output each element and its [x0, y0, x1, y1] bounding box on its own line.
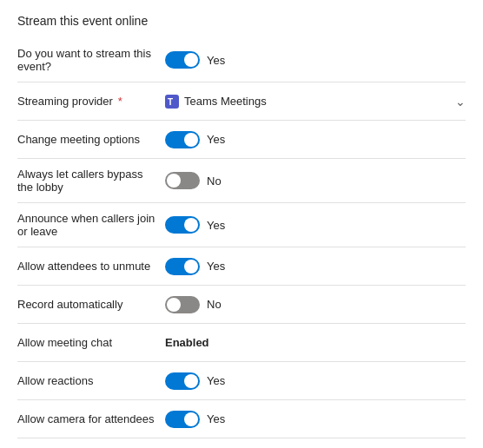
value-record-automatically: No [165, 296, 466, 313]
label-announce-join-leave: Announce when callers join or leave [17, 212, 165, 238]
toggle-record-automatically[interactable] [165, 296, 200, 313]
toggle-label-stream-event: Yes [207, 54, 225, 67]
value-meeting-chat: Enabled [165, 336, 466, 349]
row-announce-join-leave: Announce when callers join or leave Yes [17, 203, 466, 247]
label-streaming-provider: Streaming provider * [17, 95, 165, 108]
toggle-label-change-meeting-options: Yes [207, 133, 225, 146]
label-allow-unmute: Allow attendees to unmute [17, 260, 165, 273]
toggle-reactions[interactable] [165, 372, 200, 390]
teams-logo-icon: T [165, 95, 179, 109]
toggle-label-reactions: Yes [207, 374, 225, 387]
row-change-meeting-options: Change meeting options Yes [17, 121, 466, 159]
label-bypass-lobby: Always let callers bypass the lobby [17, 168, 165, 194]
value-stream-event: Yes [165, 51, 466, 69]
toggle-change-meeting-options[interactable] [165, 131, 200, 148]
label-stream-event: Do you want to stream this event? [17, 47, 165, 73]
label-record-automatically: Record automatically [17, 298, 165, 311]
svg-text:T: T [168, 97, 173, 107]
value-streaming-provider[interactable]: T Teams Meetings ⌄ [165, 95, 466, 109]
toggle-stream-event[interactable] [165, 51, 200, 69]
row-record-automatically: Record automatically No [17, 286, 466, 324]
row-meeting-chat: Allow meeting chat Enabled [17, 324, 466, 362]
label-meeting-chat: Allow meeting chat [17, 336, 165, 349]
label-change-meeting-options: Change meeting options [17, 133, 165, 146]
required-star: * [118, 95, 122, 108]
value-bypass-lobby: No [165, 172, 466, 189]
provider-name: Teams Meetings [184, 95, 267, 108]
teams-url-row: 🔒 Teams URL [17, 438, 466, 448]
label-camera-attendees: Allow camera for attendees [17, 412, 165, 425]
row-bypass-lobby: Always let callers bypass the lobby No [17, 159, 466, 203]
toggle-camera-attendees[interactable] [165, 411, 200, 428]
toggle-label-announce-join-leave: Yes [207, 219, 225, 232]
toggle-label-allow-unmute: Yes [207, 260, 225, 273]
row-reactions: Allow reactions Yes [17, 362, 466, 400]
toggle-label-record-automatically: No [207, 298, 222, 311]
row-camera-attendees: Allow camera for attendees Yes [17, 400, 466, 438]
label-reactions: Allow reactions [17, 374, 165, 387]
text-value-meeting-chat: Enabled [165, 336, 209, 349]
value-reactions: Yes [165, 372, 466, 390]
toggle-label-bypass-lobby: No [207, 175, 222, 188]
section-title: Stream this event online [17, 14, 466, 28]
row-allow-unmute: Allow attendees to unmute Yes [17, 247, 466, 286]
value-announce-join-leave: Yes [165, 216, 466, 234]
chevron-down-icon: ⌄ [455, 95, 466, 109]
value-change-meeting-options: Yes [165, 131, 466, 148]
toggle-bypass-lobby[interactable] [165, 172, 200, 189]
row-streaming-provider: Streaming provider * T Teams Meetings ⌄ [17, 82, 466, 121]
value-camera-attendees: Yes [165, 411, 466, 428]
toggle-label-camera-attendees: Yes [207, 412, 225, 425]
value-allow-unmute: Yes [165, 258, 466, 275]
toggle-allow-unmute[interactable] [165, 258, 200, 275]
toggle-announce-join-leave[interactable] [165, 216, 200, 234]
row-stream-event: Do you want to stream this event? Yes [17, 38, 466, 82]
